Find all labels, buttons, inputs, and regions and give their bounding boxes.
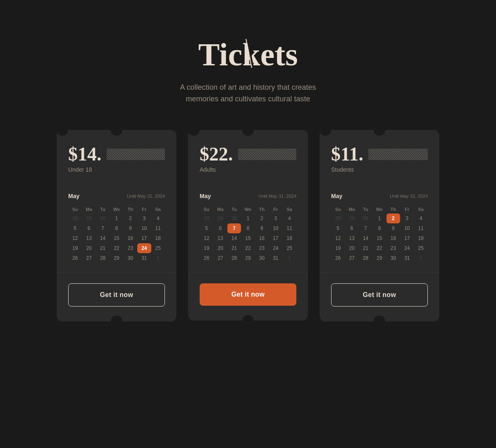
ticket-card-adults: $22. Adults May Until May 31, 2024 SuMaT… — [188, 130, 308, 321]
cal-day-header: Ma — [345, 205, 358, 213]
cal-day: 29 — [345, 213, 358, 223]
cal-table: SuMaTuWeThFrSa 2829301234567891011121314… — [331, 205, 428, 263]
ticket-category: Under 18 — [68, 166, 165, 173]
cal-day: 24 — [269, 243, 282, 253]
cal-day: 24 — [137, 243, 151, 253]
cal-day: 7 — [227, 223, 241, 233]
cal-day-header: Su — [200, 205, 213, 213]
cal-day: 23 — [255, 243, 269, 253]
cal-day-header: Th — [124, 205, 137, 213]
ticket-price: $11. — [331, 145, 363, 164]
ticket-top: $11. Students — [320, 130, 439, 183]
cal-day: 25 — [151, 243, 165, 253]
cal-day: 28 — [359, 253, 372, 263]
ticket-calendar: May Until May 31, 2024 SuMaTuWeThFrSa 28… — [320, 183, 439, 270]
cal-day: 11 — [151, 223, 165, 233]
ticket-top: $22. Adults — [188, 130, 308, 183]
cal-day: 26 — [68, 253, 82, 263]
cal-day: 6 — [82, 223, 95, 233]
cal-day: 15 — [372, 233, 386, 243]
ticket-lines-decoration — [107, 149, 165, 160]
get-ticket-button-under18[interactable]: Get it now — [68, 283, 165, 307]
page-title-svg: Tickets — [186, 33, 310, 74]
cal-day: 19 — [331, 243, 345, 253]
cal-day: 6 — [345, 223, 358, 233]
cal-day: 23 — [386, 243, 400, 253]
cal-header: May Until May 31, 2024 — [200, 193, 296, 199]
cal-day: 7 — [96, 223, 110, 233]
ticket-category: Adults — [200, 166, 296, 173]
cal-day: 22 — [372, 243, 386, 253]
cal-day: 30 — [227, 213, 241, 223]
cal-day: 16 — [386, 233, 400, 243]
cal-day: 18 — [151, 233, 165, 243]
cal-day-header: Su — [331, 205, 345, 213]
cal-day: 31 — [400, 253, 414, 263]
cal-day: 1 — [372, 213, 386, 223]
cal-day: 14 — [359, 233, 372, 243]
price-row: $14. — [68, 145, 165, 164]
cal-day: 9 — [386, 223, 400, 233]
cal-day: 25 — [283, 243, 296, 253]
cal-day-header: Sa — [414, 205, 428, 213]
cal-day: 27 — [82, 253, 95, 263]
cal-day: 5 — [200, 223, 213, 233]
cal-day: 16 — [124, 233, 137, 243]
cal-day: 1 — [283, 253, 296, 263]
cal-day: 27 — [345, 253, 358, 263]
cal-day: 19 — [68, 243, 82, 253]
cal-until: Until May 31, 2024 — [258, 194, 296, 199]
get-ticket-button-adults[interactable]: Get it now — [200, 283, 296, 306]
cal-day-header: Sa — [283, 205, 296, 213]
cal-day: 20 — [213, 243, 227, 253]
cal-day: 30 — [359, 213, 372, 223]
cal-day-header: Tu — [359, 205, 372, 213]
cal-header: May Until May 31, 2024 — [68, 193, 165, 199]
cal-day: 13 — [213, 233, 227, 243]
cal-day: 10 — [269, 223, 282, 233]
cal-day: 13 — [345, 233, 358, 243]
cal-day: 4 — [283, 213, 296, 223]
cal-day: 13 — [82, 233, 95, 243]
ticket-lines-decoration — [238, 149, 297, 160]
cal-day: 23 — [124, 243, 137, 253]
cal-day: 20 — [82, 243, 95, 253]
cal-day: 8 — [110, 223, 123, 233]
cal-day: 10 — [137, 223, 151, 233]
cal-day-header: Tu — [227, 205, 241, 213]
cal-day: 7 — [359, 223, 372, 233]
cal-day: 18 — [283, 233, 296, 243]
cal-day: 28 — [227, 253, 241, 263]
cal-day: 31 — [137, 253, 151, 263]
ticket-divider — [320, 272, 439, 273]
cal-day: 17 — [137, 233, 151, 243]
cal-day: 11 — [414, 223, 428, 233]
cal-day: 12 — [331, 233, 345, 243]
cal-day: 4 — [151, 213, 165, 223]
cal-day: 28 — [68, 213, 82, 223]
cal-day-header: Fr — [400, 205, 414, 213]
cal-table: SuMaTuWeThFrSa 2829301234567891011121314… — [200, 205, 296, 263]
cal-day-header: We — [110, 205, 123, 213]
cal-day: 8 — [372, 223, 386, 233]
cal-day: 31 — [269, 253, 282, 263]
cal-day: 11 — [283, 223, 296, 233]
cal-day: 25 — [414, 243, 428, 253]
page-subtitle: A collection of art and history that cre… — [180, 82, 316, 105]
ticket-bottom: Get it now — [320, 275, 439, 321]
cal-day: 3 — [269, 213, 282, 223]
cal-table: SuMaTuWeThFrSa 2829301234567891011121314… — [68, 205, 165, 263]
ticket-category: Students — [331, 166, 428, 173]
cal-day: 2 — [124, 213, 137, 223]
cal-day-header: Ma — [82, 205, 95, 213]
cal-day: 30 — [255, 253, 269, 263]
cal-day-header: Ma — [213, 205, 227, 213]
title-container: Tickets — [186, 33, 310, 74]
cal-day: 26 — [200, 253, 213, 263]
cal-day: 29 — [372, 253, 386, 263]
get-ticket-button-students[interactable]: Get it now — [331, 283, 428, 307]
cal-day: 1 — [241, 213, 255, 223]
cal-day: 3 — [137, 213, 151, 223]
cal-day-header: Sa — [151, 205, 165, 213]
cal-day: 1 — [110, 213, 123, 223]
